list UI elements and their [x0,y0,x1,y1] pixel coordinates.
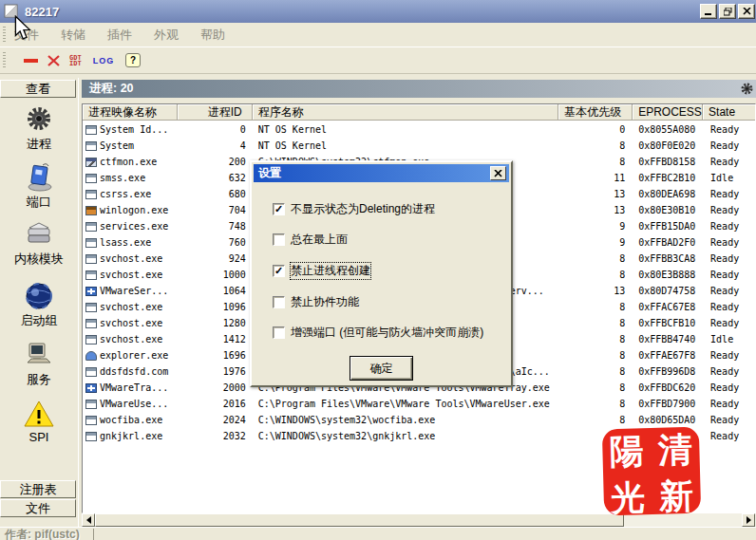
state-cell: Ready [703,267,756,283]
help-button[interactable]: ? [125,53,141,67]
sidebar: 查看 进程端口内核模块启动组服务SPI 注册表 文件 [0,78,78,527]
window-row-icon [85,190,97,199]
state-cell: Ready [703,121,756,138]
dialog-checkbox-4[interactable]: 增强端口 (但可能与防火墙冲突而崩溃) [273,325,483,341]
pid-cell: 0 [178,121,253,138]
menu-item-0[interactable]: 文件 [14,27,39,44]
sidebar-item-SPI[interactable]: SPI [0,399,78,444]
toolbar: GDT IDT LOG ? [0,47,756,74]
menu-grip[interactable] [3,27,6,43]
status-bar: 作者: pif(ustc) [0,527,756,540]
sidebar-item-label: 进程 [27,136,51,153]
eprocess-cell: 0xFFAC67E8 [633,299,703,315]
priority-cell: 9 [558,234,633,251]
dialog-checkbox-3[interactable]: 禁止协件功能 [273,294,359,310]
dialog-checkbox-0[interactable]: ✓不显示状态为Deleting的进程 [273,201,435,217]
sidebar-item-label: 服务 [27,371,51,388]
scroll-left-button[interactable] [82,513,95,527]
pid-cell: 2032 [178,428,253,444]
state-cell: Ready [703,202,756,218]
pid-cell: 748 [178,218,253,234]
menu-item-2[interactable]: 插件 [107,27,132,44]
window-row-icon [85,254,97,264]
table-row[interactable]: System4NT OS Kernel80x80F0E020Ready [83,138,756,154]
dialog-checkbox-2[interactable]: ✓禁止进线程创建 [273,263,370,279]
sidebar-item-内核模块[interactable]: 内核模块 [0,219,78,268]
column-header-3[interactable]: 基本优先级 [558,104,633,121]
dialog-close-button[interactable] [490,166,506,180]
process-name-cell: VMwareTra... [83,380,178,396]
author-label: 作者: pif(ustc) [5,527,80,540]
path-cell: NT OS Kernel [253,138,559,154]
toolbar-grip[interactable] [3,52,6,68]
stamp-character: 新 [652,474,701,521]
eprocess-cell: 0x80D65DA0 [633,412,703,428]
eprocess-cell: 0xFFB996D8 [633,363,703,380]
pid-cell: 704 [178,202,253,218]
process-count-header: 进程: 20 [82,80,756,98]
column-header-2[interactable]: 程序名称 [253,104,559,121]
hide-process-button[interactable] [24,59,38,63]
checkbox-box[interactable]: ✓ [273,265,285,277]
menu-item-4[interactable]: 帮助 [200,27,225,44]
file-button[interactable]: 文件 [0,499,76,517]
sidebar-item-启动组[interactable]: 启动组 [0,281,78,329]
priority-cell: 8 [558,299,633,315]
scroll-right-button[interactable] [742,513,755,527]
sidebar-item-端口[interactable]: 端口 [0,162,78,211]
registry-button[interactable]: 注册表 [0,480,76,498]
process-name-cell: System Id... [83,121,178,138]
menu-item-3[interactable]: 外观 [154,27,179,44]
sidebar-item-label: 内核模块 [14,251,64,268]
checkbox-box[interactable] [273,326,285,339]
sidebar-item-进程[interactable]: 进程 [0,104,78,153]
column-header-1[interactable]: 进程ID [178,104,253,121]
kill-process-button[interactable] [47,55,60,66]
pid-cell: 632 [178,170,253,186]
checkbox-box[interactable] [273,296,285,308]
gdt-idt-button[interactable]: GDT IDT [69,55,82,66]
sidebar-item-服务[interactable]: 服务 [0,340,78,388]
menu-item-1[interactable]: 转储 [61,27,85,44]
eprocess-cell: 0xFFBB3CA8 [633,251,703,267]
column-header-4[interactable]: EPROCESS [633,104,703,121]
state-cell: Ready [703,396,756,412]
process-name-cell: svchost.exe [83,251,178,267]
process-name-cell: VMwareUse... [83,396,178,412]
checkbox-box[interactable]: ✓ [273,203,285,215]
column-header-0[interactable]: 进程映像名称 [83,104,178,121]
process-name-cell: services.exe [83,218,178,234]
logon-row-icon [85,206,97,215]
log-button[interactable]: LOG [93,56,115,65]
dialog-title: 设置 [258,165,281,181]
pen-row-icon [85,158,97,167]
pid-cell: 2000 [178,380,253,396]
checkbox-box[interactable] [273,233,285,246]
eprocess-cell: 0x80E3B888 [633,267,703,283]
view-button[interactable]: 查看 [0,80,76,98]
vm-row-icon [85,287,97,296]
process-name-cell: svchost.exe [83,315,178,331]
path-cell: C:\Program Files\VMware\VMware Tools\VMw… [253,396,559,412]
table-row[interactable]: System Id...0NT OS Kernel00x8055A080Read… [83,121,756,138]
priority-cell: 8 [558,380,633,396]
window-row-icon [85,141,97,151]
minimize-button[interactable] [700,4,717,19]
window-row-icon [85,367,97,377]
table-row[interactable]: VMwareUse...2016C:\Program Files\VMware\… [83,396,756,412]
dialog-titlebar[interactable]: 设置 [254,164,509,182]
ok-button[interactable]: 确定 [350,356,413,381]
column-header-5[interactable]: State [703,104,756,121]
process-name-cell: ctfmon.exe [83,154,178,170]
priority-cell: 8 [558,396,633,412]
dialog-checkbox-1[interactable]: 总在最上面 [273,232,348,248]
eprocess-cell: 0xFFAE67F8 [633,347,703,363]
priority-cell: 8 [558,315,633,331]
process-name-cell: wocfiba.exe [83,412,178,428]
window-row-icon [85,319,97,328]
scrollbar-thumb[interactable] [95,513,624,527]
sidebar-item-label: 端口 [27,194,51,211]
restore-button[interactable] [719,4,736,19]
close-button[interactable] [738,4,755,19]
table-row[interactable]: wocfiba.exe2024C:\WINDOWS\system32\wocfi… [83,412,756,428]
